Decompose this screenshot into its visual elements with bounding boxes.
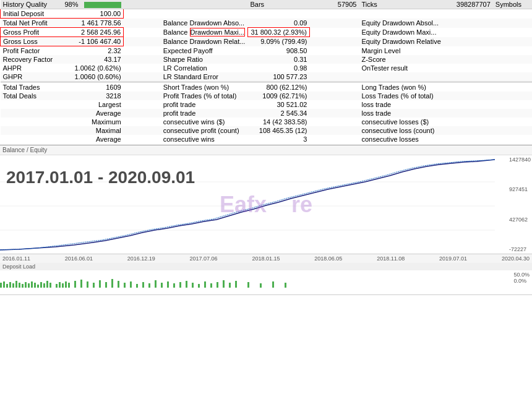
expected-payoff-value: 908.50: [247, 46, 309, 56]
svg-rect-5: [6, 284, 8, 288]
svg-rect-43: [186, 281, 187, 288]
maximal-profit-label: consecutive profit (count): [161, 126, 248, 135]
bal-drawdown-maxi-label: Balance Drawdown Maxi...: [161, 28, 248, 37]
x-label-1: 2016.06.01: [65, 255, 93, 262]
svg-rect-35: [136, 284, 138, 288]
svg-rect-22: [62, 283, 64, 288]
ontester-result-label: OnTester result: [359, 64, 443, 72]
ahpr-value: 1.0062 (0.62%): [62, 64, 124, 72]
svg-rect-29: [99, 280, 101, 288]
profit-factor-row: Profit Factor 2.32 Expected Payoff 908.5…: [1, 46, 533, 56]
y-label-3: 427062: [509, 217, 531, 223]
svg-rect-46: [204, 281, 206, 288]
ghpr-row: GHPR 1.0060 (0.60%) LR Standard Error 10…: [1, 72, 533, 81]
ahpr-label: AHPR: [1, 64, 62, 72]
x-label-6: 2018.11.08: [377, 255, 405, 262]
largest-profit-value: 30 521.02: [247, 100, 309, 109]
z-score-label: Z-Score: [359, 55, 443, 64]
svg-rect-36: [142, 282, 144, 288]
profit-factor-label: Profit Factor: [1, 46, 62, 56]
svg-rect-48: [217, 282, 218, 288]
short-trades-value: 800 (62.12%): [247, 83, 309, 92]
ahpr-row: AHPR 1.0062 (0.62%) LR Correlation 0.98 …: [1, 64, 533, 72]
chart-title: Balance / Equity: [0, 145, 532, 155]
svg-rect-17: [43, 283, 45, 288]
x-axis-labels: 2016.01.11 2016.06.01 2016.12.19 2017.07…: [0, 254, 532, 263]
largest-profit-label: profit trade: [161, 100, 248, 109]
svg-rect-3: [0, 283, 2, 288]
x-label-2: 2016.12.19: [127, 255, 155, 262]
x-label-3: 2017.07.06: [190, 255, 218, 262]
maximum-label: Maximum: [62, 118, 124, 126]
profit-trades-value: 1009 (62.71%): [247, 92, 309, 100]
recovery-factor-value: 43.17: [62, 55, 124, 64]
bal-drawdown-relat-label: Balance Drawdown Relat...: [161, 37, 248, 46]
gross-profit-value: 2 568 245.96: [62, 28, 124, 37]
max-consec-wins-label: consecutive wins ($): [161, 118, 248, 126]
sharpe-ratio-value: 0.31: [247, 55, 309, 64]
average-row: Average profit trade 2 545.34 loss trade…: [1, 109, 533, 118]
svg-rect-41: [173, 283, 175, 288]
x-label-8: 2020.04.30: [502, 255, 530, 262]
loss-trades-label: Loss Trades (% of total): [359, 92, 443, 100]
gross-profit-row: Gross Profit 2 568 245.96 Balance Drawdo…: [1, 28, 533, 37]
bal-drawdown-abso-value: 0.09: [247, 19, 309, 28]
x-label-7: 2019.07.01: [439, 255, 467, 262]
eq-drawdown-absol-label: Equity Drawdown Absol...: [359, 19, 443, 28]
gross-loss-row: Gross Loss -1 106 467.40 Balance Drawdow…: [1, 37, 533, 46]
x-label-5: 2018.06.05: [314, 255, 342, 262]
maximum-row: Maximum consecutive wins ($) 14 (42 383.…: [1, 118, 533, 126]
date-range-label: 2017.01.01 - 2020.09.01: [6, 168, 195, 187]
bal-drawdown-relat-value: 9.09% (799.49): [247, 37, 309, 46]
avg-consec-label: Average: [62, 135, 124, 144]
svg-rect-49: [223, 280, 225, 288]
svg-rect-18: [46, 281, 48, 288]
total-net-profit-value: 1 461 778.56: [62, 19, 124, 28]
stats-table: History Quality 98% Bars 57905 Ticks 398…: [0, 0, 532, 144]
history-quality-bar: [84, 2, 121, 8]
max-consec-wins-value: 14 (42 383.58): [247, 118, 309, 126]
avg-consec-row: Average consecutive wins 3 consecutive l…: [1, 135, 533, 144]
largest-loss-label: loss trade: [359, 100, 443, 109]
maximal-profit-value: 108 465.35 (12): [247, 126, 309, 135]
expected-payoff-label: Expected Payoff: [161, 46, 248, 56]
svg-rect-42: [179, 282, 181, 288]
deposit-svg: [0, 270, 507, 294]
svg-rect-50: [229, 283, 231, 288]
svg-rect-47: [210, 283, 212, 288]
avg-consec-wins-value: 3: [247, 135, 309, 144]
svg-rect-11: [25, 282, 27, 288]
gross-profit-label: Gross Profit: [1, 28, 62, 37]
lr-std-error-label: LR Standard Error: [161, 72, 248, 81]
gross-loss-value: -1 106 467.40: [62, 37, 124, 46]
maximal-row: Maximal consecutive profit (count) 108 4…: [1, 126, 533, 135]
watermark: Eafx re: [220, 192, 312, 218]
svg-rect-27: [87, 281, 88, 288]
x-label-0: 2016.01.11: [2, 255, 30, 262]
svg-rect-15: [37, 285, 39, 288]
svg-rect-14: [34, 283, 36, 288]
svg-rect-19: [49, 283, 51, 288]
total-trades-label: Total Trades: [1, 83, 62, 92]
total-deals-value: 3218: [62, 92, 124, 100]
avg-consec-losses-label: consecutive losses: [359, 135, 443, 144]
svg-rect-32: [118, 281, 119, 288]
svg-rect-13: [31, 281, 33, 288]
initial-deposit-value: 100.00: [62, 9, 124, 19]
deposit-pct-label: 50.0% 0.0%: [513, 272, 530, 284]
svg-rect-7: [12, 283, 14, 288]
lr-std-error-value: 100 577.23: [247, 72, 309, 81]
bars-label: Bars: [247, 0, 309, 9]
svg-rect-26: [80, 280, 82, 288]
deposit-load-chart: 50.0% 0.0%: [0, 270, 532, 295]
average-profit-label: profit trade: [161, 109, 248, 118]
svg-rect-8: [15, 281, 17, 288]
profit-factor-value: 2.32: [62, 46, 124, 56]
y-axis-labels: 1427840 927451 427062 -72227: [509, 155, 531, 254]
svg-rect-6: [9, 282, 11, 288]
svg-rect-12: [28, 283, 30, 288]
average-label: Average: [62, 109, 124, 118]
history-quality-label: History Quality: [1, 0, 62, 9]
svg-rect-39: [161, 283, 163, 288]
svg-rect-40: [167, 281, 169, 288]
